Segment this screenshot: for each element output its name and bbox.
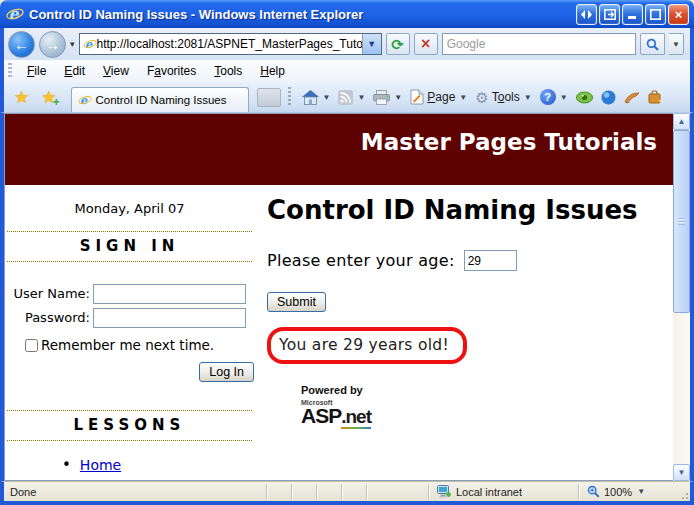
username-input[interactable] [93, 284, 246, 304]
status-pane [266, 484, 291, 500]
globe-icon [601, 90, 616, 105]
title-bar[interactable]: e Control ID Naming Issues - Windows Int… [0, 0, 694, 28]
tools-button-label: Tools [492, 90, 520, 104]
scrollbar-track[interactable] [673, 313, 690, 464]
remember-me-checkbox[interactable] [25, 339, 38, 352]
menu-item-edit[interactable]: Edit [55, 61, 94, 81]
favorites-center-button[interactable]: ★ [8, 87, 35, 108]
refresh-button[interactable]: ⟳ [386, 33, 410, 55]
status-pane [316, 484, 341, 500]
menu-item-view[interactable]: View [94, 61, 138, 81]
stop-icon: × [421, 36, 430, 52]
menu-grip-handle[interactable] [8, 63, 12, 79]
toolbar-separator [288, 87, 291, 107]
minimize-button[interactable] [622, 4, 643, 25]
close-button[interactable]: × [668, 4, 689, 25]
tools-dropdown-icon[interactable]: ▼ [524, 93, 532, 102]
print-dropdown-icon[interactable]: ▼ [394, 93, 402, 102]
site-banner: Master Pages Tutorials [5, 114, 673, 185]
tools-button[interactable]: ⚙ Tools ▼ [471, 87, 535, 108]
status-pane [341, 484, 366, 500]
page-dropdown-icon[interactable]: ▼ [459, 93, 467, 102]
security-zone-pane: Local intranet [428, 484, 578, 500]
resize-grip[interactable] [676, 482, 690, 502]
net-brand-text: .net [341, 406, 371, 429]
messenger-sphere-button[interactable] [597, 87, 620, 108]
help-button[interactable]: ? ▼ [536, 86, 572, 108]
menu-item-tools[interactable]: Tools [205, 61, 251, 81]
search-input[interactable] [443, 37, 635, 51]
help-dropdown-icon[interactable]: ▼ [560, 93, 568, 102]
asp-brand-text: ASP [301, 404, 341, 427]
maximize-button[interactable] [645, 4, 666, 25]
gear-icon: ⚙ [475, 90, 488, 105]
tab-toolbar: ★ ★＋ e Control ID Naming Issues ▼ [0, 82, 694, 113]
pointer-tool-button[interactable] [620, 88, 644, 107]
url-input[interactable] [97, 37, 362, 51]
browser-viewport: Master Pages Tutorials Monday, April 07 … [0, 113, 694, 481]
address-field[interactable]: e ▼ [79, 33, 382, 55]
messenger-eye-button[interactable] [572, 88, 597, 107]
scrollbar-thumb[interactable] [673, 130, 690, 313]
tile-horizontal-button[interactable] [576, 4, 597, 25]
main-content: Control ID Naming Issues Please enter yo… [254, 185, 673, 480]
scroll-up-button[interactable]: ▲ [673, 113, 690, 130]
rss-feed-icon [338, 90, 353, 105]
svg-text:e: e [9, 5, 20, 23]
scroll-down-button[interactable]: ▼ [673, 464, 690, 481]
tab-label: Control ID Naming Issues [96, 94, 227, 106]
submit-button[interactable]: Submit [267, 292, 326, 312]
password-input[interactable] [93, 308, 246, 328]
ie-page-icon: e [83, 37, 97, 51]
lessons-list: • Home [5, 456, 254, 474]
ie-logo-icon: e [6, 5, 24, 23]
result-annotation-circle: You are 29 years old! [267, 327, 467, 364]
list-item: • Home [62, 456, 254, 474]
microsoft-label: Microsoft [301, 399, 673, 406]
tab-control-id-naming-issues[interactable]: e Control ID Naming Issues [71, 87, 249, 112]
menu-bar: File Edit View Favorites Tools Help [0, 60, 694, 82]
menu-item-favorites[interactable]: Favorites [138, 61, 205, 81]
history-dropdown-icon[interactable]: ▾ [70, 39, 75, 49]
menu-item-file[interactable]: File [18, 61, 55, 81]
page-button[interactable]: Page ▼ [406, 86, 471, 108]
username-label: User Name: [5, 284, 93, 302]
zoom-control[interactable]: 100% ▼ [578, 484, 676, 500]
search-box[interactable] [442, 33, 636, 55]
add-favorite-button[interactable]: ★＋ [35, 87, 62, 108]
age-prompt-label: Please enter your age: [267, 251, 455, 270]
ie-tab-icon: e [78, 93, 92, 107]
zoom-dropdown-icon[interactable]: ▼ [637, 487, 645, 496]
lessons-heading: LESSONS [7, 410, 252, 441]
plus-icon: ＋ [51, 94, 62, 109]
help-icon: ? [540, 89, 556, 105]
feeds-button[interactable]: ▼ [334, 87, 369, 108]
refresh-icon: ⟳ [391, 37, 404, 52]
status-pane [366, 484, 428, 500]
result-text: You are 29 years old! [279, 336, 449, 354]
url-dropdown-button[interactable]: ▼ [362, 34, 381, 54]
home-dropdown-icon[interactable]: ▼ [323, 93, 331, 102]
forward-button[interactable]: → [39, 31, 66, 58]
home-button[interactable]: ▼ [298, 87, 335, 108]
vertical-scrollbar: ▲ ▼ [673, 113, 690, 481]
print-button[interactable]: ▼ [369, 87, 406, 108]
popout-window-button[interactable] [599, 4, 620, 25]
new-tab-button[interactable] [257, 88, 281, 107]
zone-label: Local intranet [456, 486, 522, 498]
window-frame-bottom [0, 501, 694, 505]
menu-item-help[interactable]: Help [251, 61, 294, 81]
toolbox-button[interactable]: ✦ [644, 87, 667, 108]
status-text: Done [4, 486, 266, 498]
login-button[interactable]: Log In [199, 362, 254, 382]
back-button[interactable]: ← [8, 31, 35, 58]
search-options-dropdown[interactable]: ▼ [669, 33, 684, 55]
age-input[interactable] [464, 250, 517, 271]
feeds-dropdown-icon[interactable]: ▼ [357, 93, 365, 102]
bullet-icon: • [62, 456, 71, 474]
home-link[interactable]: Home [80, 457, 121, 473]
search-button[interactable] [640, 33, 665, 55]
stop-button[interactable]: × [414, 33, 438, 55]
home-icon [302, 90, 319, 105]
local-intranet-icon [437, 485, 451, 498]
